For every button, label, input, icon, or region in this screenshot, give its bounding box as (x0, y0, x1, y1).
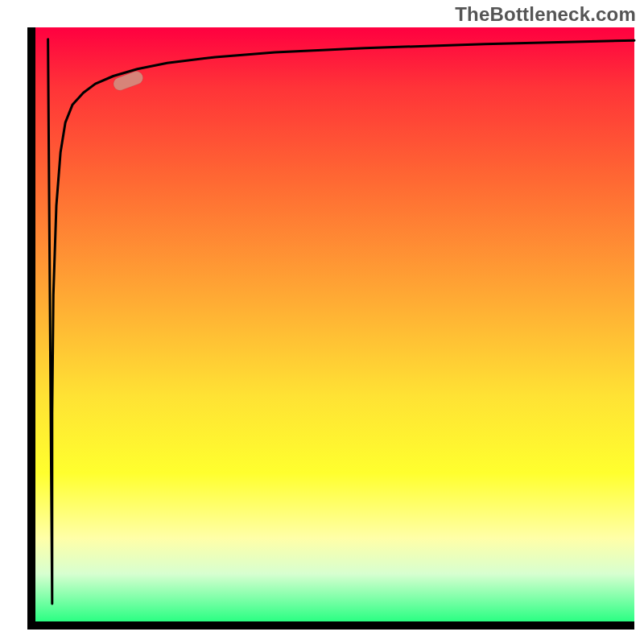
watermark-text: TheBottleneck.com (455, 3, 636, 26)
chart-canvas: TheBottleneck.com (0, 0, 644, 644)
curve-marker (112, 69, 145, 92)
curve-layer (0, 0, 644, 644)
curve-path (48, 39, 634, 604)
